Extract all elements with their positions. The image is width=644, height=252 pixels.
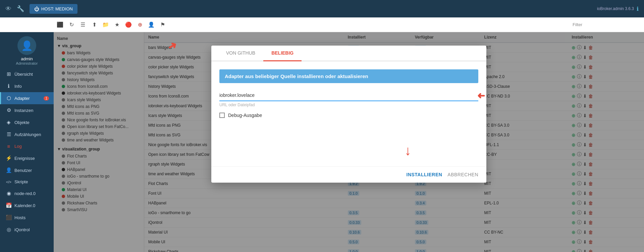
cancel-button[interactable]: ABBRECHEN — [447, 172, 478, 177]
sidebar: 👤 admin Administrator ⊞ Übersicht ℹ Info… — [0, 32, 54, 252]
info-icon: ℹ — [637, 6, 639, 12]
tab-beliebig[interactable]: BELIEBIG — [263, 46, 302, 61]
instanzen-icon: ⚙ — [6, 107, 12, 113]
modal-tabs: VON GITHUB BELIEBIG — [211, 46, 486, 61]
wrench-icon[interactable]: 🔧 — [17, 5, 24, 12]
tab-von-github[interactable]: VON GITHUB — [218, 46, 263, 61]
icon-toolbar: ⬛ ↻ ☰ ⬆ 📁 ★ 🔴 ⊕ 👤 ⚑ Filter — [0, 17, 644, 32]
sidebar-item-overview[interactable]: ⊞ Übersicht — [0, 68, 54, 80]
ereignisse-icon: ⚡ — [6, 155, 12, 161]
red-arrow-input: ➜ — [477, 90, 485, 101]
iqontrol-icon: ◎ — [6, 227, 12, 233]
node-red-icon: ◉ — [6, 190, 12, 196]
main-layout: 👤 admin Administrator ⊞ Übersicht ℹ Info… — [0, 32, 644, 252]
sidebar-username: admin — [21, 56, 33, 61]
adapter-icon: ⬡ — [6, 95, 12, 101]
modal-overlay: ➜ VON GITHUB BELIEBIG Adapter aus belieb… — [54, 32, 644, 252]
url-input[interactable] — [219, 90, 478, 101]
overview-icon: ⊞ — [6, 71, 12, 77]
sidebar-label-adapter: Adapter — [14, 96, 30, 101]
sidebar-label-skripte: Skripte — [14, 179, 28, 184]
top-bar: 👁 🔧 ⏻ HOST: MEDION ioBroker.admin 3.6.3 … — [0, 0, 644, 17]
install-button[interactable]: INSTALLIEREN — [407, 172, 442, 177]
modal-title: Adapter aus beliebiger Quelle installier… — [219, 69, 478, 83]
sidebar-item-kalender[interactable]: 📅 Kalender.0 — [0, 199, 54, 211]
folder-btn[interactable]: 📁 — [101, 20, 111, 30]
red-arrow-toolbar: ➜ — [165, 38, 179, 54]
sidebar-label-instanzen: Instanzen — [14, 108, 33, 113]
version-label: ioBroker.admin 3.6.3 — [597, 6, 634, 11]
sidebar-label-aufzaehlungen: Aufzählungen — [14, 132, 41, 137]
sidebar-role: Administrator — [16, 61, 38, 65]
stop-btn[interactable]: ⬛ — [55, 20, 65, 30]
top-bar-left: 👁 🔧 ⏻ HOST: MEDION — [5, 4, 77, 14]
modal-body: Adapter aus beliebiger Quelle installier… — [211, 61, 486, 166]
modal-footer: INSTALLIEREN ABBRECHEN — [211, 166, 486, 183]
refresh-btn[interactable]: ↻ — [66, 20, 76, 30]
sidebar-label-node-red: node-red.0 — [14, 191, 36, 196]
modal-input-group: ➜ URL oder Dateipfad — [219, 90, 478, 107]
sidebar-item-adapter[interactable]: ⬡ Adapter 1 — [0, 92, 54, 104]
eye-icon[interactable]: 👁 — [5, 5, 11, 12]
flag-btn[interactable]: ⚑ — [158, 20, 168, 30]
user-avatar-section: 👤 admin Administrator — [0, 32, 54, 68]
sidebar-label-ereignisse: Ereignisse — [14, 156, 35, 161]
sidebar-label-hosts: Hosts — [14, 215, 25, 220]
red-arrow-down: ↓ — [405, 143, 411, 158]
benutzer-icon: 👤 — [6, 167, 12, 173]
adapter-badge: 1 — [44, 96, 49, 101]
content-area: Name ▼ vis_group bars Widgets canvas-gau… — [54, 32, 644, 252]
host-button[interactable]: ⏻ HOST: MEDION — [30, 4, 77, 14]
add-btn[interactable]: ⊕ — [135, 20, 145, 30]
log-icon: ≡ — [6, 143, 12, 149]
sidebar-label-benutzer: Benutzer — [14, 168, 32, 173]
user-btn[interactable]: 👤 — [146, 20, 156, 30]
kalender-icon: 📅 — [6, 202, 12, 208]
list-btn[interactable]: ☰ — [78, 20, 88, 30]
modal-dialog: VON GITHUB BELIEBIG Adapter aus beliebig… — [211, 46, 486, 183]
debug-checkbox[interactable] — [219, 113, 225, 118]
upload-btn[interactable]: ⬆ — [89, 20, 99, 30]
sidebar-label-kalender: Kalender.0 — [14, 203, 35, 208]
sidebar-item-skripte[interactable]: </> Skripte — [0, 176, 54, 187]
sidebar-item-hosts[interactable]: ⬛ Hosts — [0, 211, 54, 224]
info-nav-icon: ℹ — [6, 83, 12, 89]
red-circle-btn[interactable]: 🔴 — [123, 20, 133, 30]
sidebar-item-instanzen[interactable]: ⚙ Instanzen — [0, 104, 54, 116]
input-hint: URL oder Dateipfad — [219, 103, 478, 107]
sidebar-label-overview: Übersicht — [14, 72, 33, 77]
star-btn[interactable]: ★ — [112, 20, 122, 30]
sidebar-item-benutzer[interactable]: 👤 Benutzer — [0, 164, 54, 176]
objekte-icon: ◈ — [6, 119, 12, 125]
filter-label: Filter — [573, 22, 589, 27]
skripte-icon: </> — [6, 180, 12, 184]
sidebar-label-iqontrol: iQontrol — [14, 227, 30, 232]
sidebar-item-log[interactable]: ≡ Log — [0, 140, 54, 152]
sidebar-label-objekte: Objekte — [14, 120, 30, 125]
sidebar-item-objekte[interactable]: ◈ Objekte — [0, 116, 54, 128]
sidebar-item-iqontrol[interactable]: ◎ iQontrol — [0, 224, 54, 236]
top-bar-right: ioBroker.admin 3.6.3 ℹ — [597, 6, 639, 12]
host-label: HOST: MEDION — [41, 6, 73, 11]
sidebar-item-info[interactable]: ℹ Info — [0, 80, 54, 92]
aufzaehlungen-icon: ☰ — [6, 131, 12, 137]
sidebar-item-aufzaehlungen[interactable]: ☰ Aufzählungen — [0, 128, 54, 140]
arrow-spacer: ↓ — [219, 118, 478, 158]
debug-checkbox-row: Debug-Ausgabe — [219, 113, 478, 118]
sidebar-label-log: Log — [14, 144, 22, 149]
power-icon: ⏻ — [34, 6, 39, 12]
sidebar-item-node-red[interactable]: ◉ node-red.0 — [0, 187, 54, 199]
avatar: 👤 — [17, 36, 36, 55]
hosts-icon: ⬛ — [6, 214, 12, 220]
debug-label: Debug-Ausgabe — [228, 113, 262, 118]
sidebar-item-ereignisse[interactable]: ⚡ Ereignisse — [0, 152, 54, 164]
sidebar-label-info: Info — [14, 84, 22, 89]
